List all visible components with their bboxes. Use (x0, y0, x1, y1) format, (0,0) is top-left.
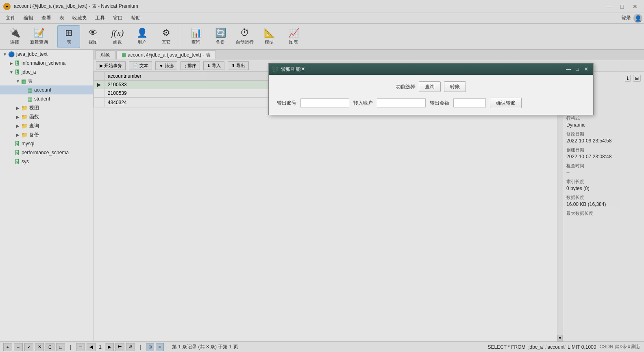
grid-view-btn[interactable]: ⊞ (146, 343, 154, 351)
table-icon: ⊞ (65, 28, 72, 38)
toolbar-query[interactable]: 📊 查询 (185, 25, 207, 48)
modal-minimize-btn[interactable]: — (565, 66, 572, 72)
next-page-btn[interactable]: ▶ (105, 343, 114, 351)
window-controls: — □ ✕ (603, 2, 641, 11)
function-select-row: 功能选择 查询 转账 (277, 81, 585, 92)
toolbar-new-query[interactable]: 📝 新建查询 (28, 25, 50, 48)
model-icon: 📐 (264, 28, 275, 38)
toolbar-view[interactable]: 👁 视图 (82, 25, 104, 48)
toolbar-separator-1 (54, 27, 54, 46)
form-view-btn[interactable]: ≡ (156, 343, 164, 351)
toolbar-connect[interactable]: 🔌 连接 (3, 25, 26, 48)
tab-object[interactable]: 对象 (95, 50, 115, 59)
toolbar-other[interactable]: ⚙ 其它 (155, 25, 178, 48)
sidebar-item-performance-schema[interactable]: 🗄 performance_schema (0, 148, 93, 157)
app-icon: ● (3, 3, 11, 10)
close-button[interactable]: ✕ (629, 2, 641, 11)
login-button[interactable]: 登录 👤 (621, 14, 642, 23)
amount-field: 转出金额 (430, 98, 486, 107)
modal-close-btn[interactable]: ✕ (583, 66, 590, 72)
window-title: account @jdbc_a (java_jdbc_text) - 表 - N… (14, 3, 138, 10)
modal-title-bar: 💱 转账功能区 — □ ✕ (269, 63, 593, 75)
tab-account[interactable]: ▦ account @jdbc_a (java_jdbc_text) - 表 (116, 50, 216, 59)
refresh-btn[interactable]: ↺ (126, 343, 135, 351)
sidebar-item-tables[interactable]: ▼ ▦ 表 (0, 77, 93, 85)
transfer-modal: 💱 转账功能区 — □ ✕ 功能选择 查询 转账 转出账号 (268, 63, 594, 115)
menu-file[interactable]: 文件 (2, 14, 20, 22)
queries-folder-icon: 📁 (21, 123, 28, 129)
account-table-icon: ▦ (28, 87, 33, 93)
auto-run-icon: ⏱ (240, 28, 249, 38)
toolbar-function[interactable]: f(x) 函数 (106, 25, 129, 48)
sidebar-item-functions[interactable]: ▶ 📁 函数 (0, 112, 93, 121)
amount-input[interactable] (453, 98, 486, 107)
text-btn[interactable]: 📄 文本 (129, 61, 152, 70)
function-icon: f(x) (111, 28, 124, 38)
scroll-down-btn[interactable]: ▼ (557, 335, 563, 341)
import-btn[interactable]: ⬇ 导入 (203, 61, 224, 70)
tab-bar: 对象 ▦ account @jdbc_a (java_jdbc_text) - … (94, 50, 644, 60)
toolbar-backup[interactable]: 🔄 备份 (209, 25, 232, 48)
status-text: 第 1 条记录 (共 3 条) 于第 1 页 (172, 343, 238, 350)
last-page-btn[interactable]: ⊢ (115, 343, 124, 351)
views-folder-icon: 📁 (21, 105, 28, 111)
menu-window[interactable]: 窗口 (109, 14, 127, 22)
transfer-action-btn[interactable]: 转账 (444, 81, 466, 92)
tab-table-icon: ▦ (122, 52, 126, 58)
user-avatar: 👤 (633, 14, 642, 23)
toolbar-user[interactable]: 👤 用户 (131, 25, 153, 48)
modal-maximize-btn[interactable]: □ (574, 66, 581, 72)
remove-record-btn[interactable]: − (14, 343, 23, 351)
create-date-row: 创建日期 2022-10-07 23:08:48 (566, 147, 641, 160)
panel-info-btn[interactable]: ℹ (625, 75, 631, 82)
sys-icon: 🗄 (15, 159, 20, 165)
sidebar-item-queries[interactable]: ▶ 📁 查询 (0, 121, 93, 130)
to-account-field: 转入账户 (353, 98, 426, 107)
toolbar-model[interactable]: 📐 模型 (258, 25, 281, 48)
menu-tools[interactable]: 工具 (91, 14, 109, 22)
first-page-btn[interactable]: ⊣ (76, 343, 85, 351)
status-separator-2: | (140, 344, 141, 350)
sort-btn[interactable]: ↕ 排序 (181, 61, 200, 70)
toolbar: 🔌 连接 📝 新建查询 ⊞ 表 👁 视图 f(x) 函数 👤 用户 ⚙ 其它 📊… (0, 24, 644, 50)
maximize-button[interactable]: □ (616, 2, 628, 11)
toolbar-auto-run[interactable]: ⏱ 自动运行 (233, 25, 256, 48)
sidebar-item-mysql[interactable]: 🗄 mysql (0, 139, 93, 148)
panel-expand-btn[interactable]: ⊞ (633, 75, 641, 82)
sidebar-item-views[interactable]: ▶ 📁 视图 (0, 103, 93, 112)
menu-help[interactable]: 帮助 (127, 14, 145, 22)
sidebar-item-backup[interactable]: ▶ 📁 备份 (0, 130, 93, 139)
student-table-icon: ▦ (28, 96, 33, 102)
sidebar-item-jdbc-a[interactable]: ▼ 🗄 jdbc_a (0, 68, 93, 77)
status-separator: | (70, 344, 71, 350)
sidebar-item-information-schema[interactable]: ▶ 🗄 information_schema (0, 59, 93, 68)
menu-view[interactable]: 查看 (37, 14, 55, 22)
menu-edit[interactable]: 编辑 (20, 14, 37, 22)
cdn-text: CSDN @k今⇓刷新 (599, 343, 641, 350)
confirm-transfer-btn[interactable]: 确认转账 (490, 98, 522, 108)
sidebar-item-student[interactable]: ▦ student (0, 94, 93, 103)
from-account-input[interactable] (300, 98, 349, 107)
export-btn[interactable]: ⬆ 导出 (228, 61, 249, 70)
toolbar-chart[interactable]: 📈 图表 (282, 25, 305, 48)
begin-transaction-btn[interactable]: ▶ 开始事务 (96, 61, 126, 70)
sq-btn[interactable]: □ (56, 343, 65, 351)
filter-btn[interactable]: ▼ 筛选 (155, 61, 177, 70)
sidebar-item-account[interactable]: ▦ account (0, 85, 93, 94)
status-bar: + − ✓ ✕ C □ | ⊣ ◀ 1 ▶ ⊢ ↺ | ⊞ ≡ 第 1 条记录 … (0, 341, 644, 352)
menu-table[interactable]: 表 (55, 14, 68, 22)
to-account-input[interactable] (377, 98, 426, 107)
check-btn[interactable]: ✓ (24, 343, 33, 351)
transaction-icon: ▶ (100, 63, 103, 68)
modal-icon: 💱 (272, 66, 278, 72)
toolbar-table[interactable]: ⊞ 表 (57, 25, 80, 48)
query-btn[interactable]: 查询 (419, 81, 441, 92)
prev-page-btn[interactable]: ◀ (87, 343, 96, 351)
delete-btn[interactable]: ✕ (35, 343, 44, 351)
minimize-button[interactable]: — (603, 2, 615, 11)
sidebar-item-java-jdbc-text[interactable]: ▼ 🔵 java_jdbc_text (0, 50, 93, 59)
menu-favorites[interactable]: 收藏夹 (68, 14, 91, 22)
stop-btn[interactable]: C (46, 343, 54, 351)
add-record-btn[interactable]: + (3, 343, 12, 351)
sidebar-item-sys[interactable]: 🗄 sys (0, 157, 93, 166)
